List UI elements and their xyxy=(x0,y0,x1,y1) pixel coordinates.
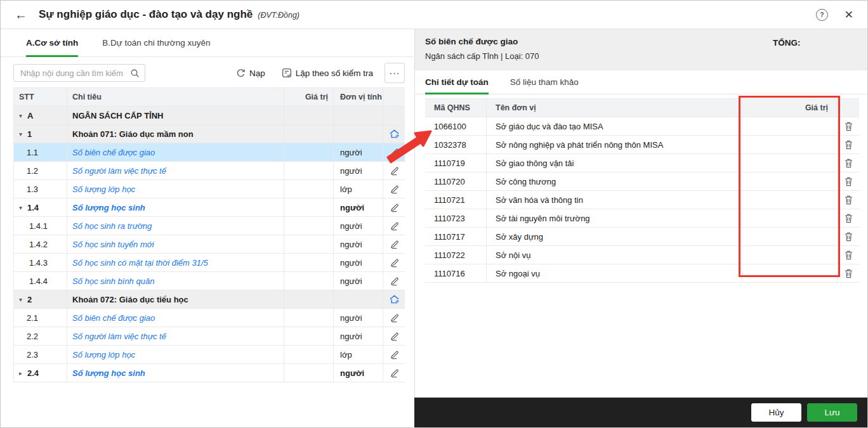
pencil-icon[interactable] xyxy=(390,368,399,378)
tab-co-so-tinh[interactable]: A.Cơ sở tính xyxy=(26,29,78,56)
pencil-icon[interactable] xyxy=(390,313,399,323)
unit-value-cell[interactable] xyxy=(742,209,838,227)
unit-row[interactable]: 1110721Sở văn hóa và thông tin xyxy=(425,191,859,209)
search-box[interactable] xyxy=(13,64,145,82)
unit-value-cell[interactable] xyxy=(742,228,838,245)
criteria-label[interactable]: Số học sinh bình quân xyxy=(67,272,284,290)
more-options-button[interactable]: ··· xyxy=(385,63,405,83)
caret-down-icon[interactable]: ▾ xyxy=(19,131,27,138)
unit-table: Mã QHNS Tên đơn vị Giá trị 1066100Sở giá… xyxy=(425,98,859,283)
value-cell xyxy=(284,143,334,161)
criteria-row[interactable]: 1.4.1Số học sinh ra trườngngười xyxy=(13,217,405,235)
criteria-row[interactable]: ▸2.4Số lượng học sinhngười xyxy=(13,364,405,382)
col-gia-tri: Giá trị xyxy=(742,99,838,117)
close-icon[interactable]: ✕ xyxy=(845,8,853,22)
unit-row[interactable]: 1066100Sở giáo dục và đào tạo MISA xyxy=(425,117,859,136)
unit-row[interactable]: 1110723Sở tài nguyên môi trường xyxy=(425,209,859,228)
pencil-icon[interactable] xyxy=(390,332,399,341)
trash-icon[interactable] xyxy=(845,232,853,242)
unit-cell xyxy=(334,107,383,124)
trash-icon[interactable] xyxy=(845,269,853,278)
unit-name-cell: Sở văn hóa và thông tin xyxy=(487,191,742,209)
caret-right-icon[interactable]: ▸ xyxy=(19,370,27,377)
criteria-label[interactable]: Số biên chế được giao xyxy=(67,143,284,161)
back-arrow-icon[interactable]: ← xyxy=(15,8,27,21)
criteria-row[interactable]: 2.1Số biên chế được giaongười xyxy=(13,309,405,327)
pencil-icon[interactable] xyxy=(390,166,399,176)
value-cell xyxy=(284,162,334,179)
criteria-label[interactable]: Số học sinh có mặt tại thời điểm 31/5 xyxy=(67,254,284,271)
unit-cell xyxy=(334,125,383,143)
reload-button[interactable]: Nạp xyxy=(236,68,265,78)
caret-down-icon[interactable]: ▾ xyxy=(19,296,27,303)
pencil-icon[interactable] xyxy=(390,240,399,249)
unit-row[interactable]: 1110716Sở ngoại vụ xyxy=(425,264,859,283)
caret-down-icon[interactable]: ▾ xyxy=(19,112,27,119)
house-edit-icon[interactable] xyxy=(389,129,400,139)
criteria-label[interactable]: Số lượng lớp học xyxy=(67,346,284,363)
tab-chi-tiet-du-toan[interactable]: Chi tiết dự toán xyxy=(425,70,489,94)
help-icon[interactable]: ? xyxy=(816,9,828,21)
unit-row[interactable]: 1110719Sở giao thông vận tải xyxy=(425,154,859,172)
criteria-label[interactable]: Số lượng học sinh xyxy=(67,198,284,216)
stt-cell: ▸2.4 xyxy=(13,364,67,382)
criteria-label[interactable]: Số lượng lớp học xyxy=(67,180,284,198)
trash-icon[interactable] xyxy=(845,140,853,150)
unit-value-cell[interactable] xyxy=(742,246,838,264)
unit-row[interactable]: 1032378Sở nông nghiệp và phát triển nông… xyxy=(425,136,859,154)
unit-cell xyxy=(334,290,383,308)
unit-value-cell[interactable] xyxy=(742,172,838,190)
house-edit-icon[interactable] xyxy=(389,294,400,304)
col-gia-tri: Giá trị xyxy=(284,88,334,106)
value-cell xyxy=(284,346,334,363)
criteria-row[interactable]: 2.2Số người làm việc thực tếngười xyxy=(13,327,405,346)
criteria-row[interactable]: ▾1.4Số lượng học sinhngười xyxy=(13,198,405,217)
pencil-icon[interactable] xyxy=(390,203,399,212)
trash-icon[interactable] xyxy=(845,122,853,131)
unit-value-cell[interactable] xyxy=(742,191,838,209)
criteria-row[interactable]: 1.4.4Số học sinh bình quânngười xyxy=(13,272,405,290)
check-number-button[interactable]: Lập theo số kiểm tra xyxy=(282,68,373,78)
criteria-label[interactable]: Số người làm việc thực tế xyxy=(67,327,284,345)
trash-icon[interactable] xyxy=(845,195,853,205)
criteria-label[interactable]: Số học sinh tuyển mới xyxy=(67,235,284,253)
unit-value-cell[interactable] xyxy=(742,117,838,135)
criteria-label[interactable]: Số người làm việc thực tế xyxy=(67,162,284,179)
criteria-row[interactable]: ▾ANGÂN SÁCH CẤP TỈNH xyxy=(13,107,405,125)
pencil-icon[interactable] xyxy=(390,221,399,231)
unit-row[interactable]: 1110720Sở công thương xyxy=(425,172,859,191)
criteria-row[interactable]: ▾1Khoản 071: Giáo dục mầm non xyxy=(13,125,405,143)
trash-icon[interactable] xyxy=(845,177,853,186)
pencil-icon[interactable] xyxy=(390,276,399,286)
unit-cell: người xyxy=(334,364,383,382)
cancel-button[interactable]: Hủy xyxy=(751,403,801,422)
unit-row[interactable]: 1110722Sở nội vụ xyxy=(425,246,859,264)
pencil-icon[interactable] xyxy=(390,148,399,157)
criteria-row[interactable]: 1.3Số lượng lớp họclớp xyxy=(13,180,405,198)
criteria-row[interactable]: ▾2Khoản 072: Giáo dục tiểu học xyxy=(13,290,405,309)
pencil-icon[interactable] xyxy=(390,258,399,268)
trash-icon[interactable] xyxy=(845,214,853,223)
search-input[interactable] xyxy=(19,68,130,79)
unit-value-cell[interactable] xyxy=(742,136,838,153)
save-button[interactable]: Lưu xyxy=(807,403,857,422)
pencil-icon[interactable] xyxy=(390,350,399,360)
criteria-label[interactable]: Số biên chế được giao xyxy=(67,309,284,327)
tab-du-toan-chi[interactable]: B.Dự toán chi thường xuyên xyxy=(102,29,210,56)
trash-icon[interactable] xyxy=(845,250,853,260)
criteria-row[interactable]: 1.1Số biên chế được giaongười xyxy=(13,143,405,162)
unit-value-cell[interactable] xyxy=(742,154,838,172)
criteria-row[interactable]: 1.2Số người làm việc thực tếngười xyxy=(13,162,405,180)
unit-value-cell[interactable] xyxy=(742,264,838,282)
detail-subtitle: Ngân sách cấp Tỉnh | Loại: 070 xyxy=(425,51,857,61)
criteria-label[interactable]: Số lượng học sinh xyxy=(67,364,284,382)
caret-down-icon[interactable]: ▾ xyxy=(19,204,27,211)
criteria-row[interactable]: 2.3Số lượng lớp họclớp xyxy=(13,346,405,364)
criteria-label[interactable]: Số học sinh ra trường xyxy=(67,217,284,235)
tab-so-lieu-tham-khao[interactable]: Số liệu tham khảo xyxy=(510,70,579,94)
criteria-row[interactable]: 1.4.2Số học sinh tuyển mớingười xyxy=(13,235,405,254)
criteria-row[interactable]: 1.4.3Số học sinh có mặt tại thời điểm 31… xyxy=(13,254,405,272)
unit-row[interactable]: 1110717Sở xây dựng xyxy=(425,228,859,246)
trash-icon[interactable] xyxy=(845,159,853,168)
pencil-icon[interactable] xyxy=(390,185,399,194)
